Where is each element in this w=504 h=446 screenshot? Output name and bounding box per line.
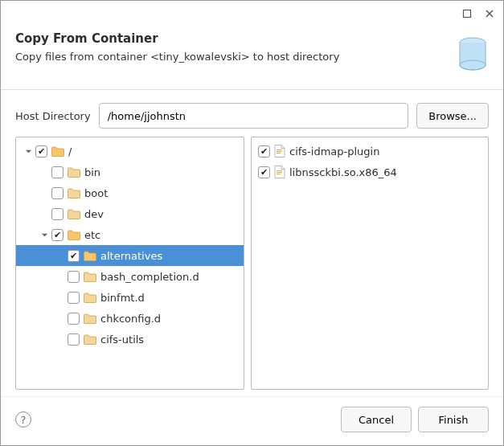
expander-icon <box>55 250 66 261</box>
expander-icon <box>39 208 50 219</box>
expander-icon <box>39 187 50 198</box>
tree-item-label: dev <box>84 208 104 220</box>
tree-row[interactable]: cifs-utils <box>16 329 244 350</box>
tree-item-label: bin <box>84 166 100 178</box>
folder-icon <box>68 230 80 240</box>
tree-item-label: alternatives <box>100 250 162 262</box>
folder-tree-pane[interactable]: / bin boot dev etc alternatives bash_com… <box>15 137 244 390</box>
file-item-label: libnssckbi.so.x86_64 <box>289 166 397 178</box>
finish-button[interactable]: Finish <box>418 407 489 432</box>
expander-icon <box>55 292 66 303</box>
dialog-footer: ? Cancel Finish <box>1 396 503 445</box>
svg-rect-3 <box>277 149 282 150</box>
close-button[interactable] <box>481 5 498 23</box>
maximize-button[interactable] <box>458 5 476 23</box>
tree-row[interactable]: bash_completion.d <box>16 266 244 287</box>
checkbox[interactable] <box>68 271 80 283</box>
svg-rect-7 <box>277 172 282 173</box>
file-icon <box>274 145 285 158</box>
titlebar <box>1 1 503 27</box>
help-button[interactable]: ? <box>15 411 31 428</box>
file-item-label: cifs-idmap-plugin <box>289 145 379 158</box>
tree-row[interactable]: / <box>16 141 244 162</box>
folder-icon <box>84 293 96 303</box>
file-row[interactable]: cifs-idmap-plugin <box>252 141 488 162</box>
checkbox[interactable] <box>35 145 47 158</box>
dialog-header: Copy From Container Copy files from cont… <box>1 27 503 90</box>
expander-icon[interactable] <box>23 145 34 157</box>
tree-item-label: boot <box>84 187 108 199</box>
file-list-pane[interactable]: cifs-idmap-plugin libnssckbi.so.x86_64 <box>251 137 489 390</box>
svg-rect-6 <box>277 170 282 171</box>
folder-icon <box>68 188 80 198</box>
expander-icon[interactable] <box>39 229 50 240</box>
checkbox[interactable] <box>51 208 64 220</box>
checkbox[interactable] <box>68 313 80 325</box>
host-directory-label: Host Directory <box>15 110 91 122</box>
expander-icon <box>55 271 66 282</box>
svg-rect-8 <box>277 174 281 174</box>
cancel-button[interactable]: Cancel <box>341 407 412 432</box>
tree-row[interactable]: bin <box>16 162 244 182</box>
tree-row[interactable]: etc <box>16 224 244 245</box>
folder-icon <box>84 313 96 324</box>
tree-item-label: bash_completion.d <box>100 271 199 283</box>
svg-rect-4 <box>277 151 282 152</box>
checkbox[interactable] <box>68 333 80 346</box>
tree-row[interactable]: alternatives <box>16 245 244 266</box>
checkbox[interactable] <box>68 250 80 262</box>
svg-rect-5 <box>277 153 281 153</box>
svg-rect-0 <box>464 10 471 18</box>
host-directory-row: Host Directory Browse... <box>1 90 503 137</box>
dialog-title: Copy From Container <box>15 31 434 46</box>
tree-row[interactable]: binfmt.d <box>16 287 244 308</box>
expander-icon <box>55 333 66 345</box>
dialog-window: Copy From Container Copy files from cont… <box>0 0 504 446</box>
file-row[interactable]: libnssckbi.so.x86_64 <box>252 162 488 182</box>
tree-item-label: cifs-utils <box>100 333 144 346</box>
browse-button[interactable]: Browse... <box>416 103 489 129</box>
checkbox[interactable] <box>51 187 64 199</box>
checkbox[interactable] <box>51 166 64 178</box>
host-directory-input[interactable] <box>99 103 409 129</box>
folder-icon <box>84 272 96 282</box>
tree-item-label: chkconfig.d <box>100 313 161 325</box>
folder-icon <box>68 167 80 178</box>
tree-row[interactable]: chkconfig.d <box>16 308 244 329</box>
checkbox[interactable] <box>258 166 270 178</box>
file-browser: / bin boot dev etc alternatives bash_com… <box>1 137 503 396</box>
expander-icon <box>39 166 50 178</box>
checkbox[interactable] <box>258 145 270 158</box>
folder-icon <box>51 146 64 157</box>
tree-row[interactable]: boot <box>16 182 244 203</box>
expander-icon <box>55 313 66 324</box>
folder-icon <box>84 251 96 261</box>
dialog-subtitle: Copy files from container <tiny_kowalevs… <box>15 51 434 63</box>
checkbox[interactable] <box>51 229 64 241</box>
container-icon <box>444 31 489 76</box>
tree-item-label: etc <box>84 229 100 241</box>
tree-item-label: / <box>68 145 72 158</box>
tree-item-label: binfmt.d <box>100 292 145 304</box>
checkbox[interactable] <box>68 292 80 304</box>
folder-icon <box>68 209 80 219</box>
tree-row[interactable]: dev <box>16 203 244 224</box>
folder-icon <box>84 334 96 345</box>
file-icon <box>274 166 285 178</box>
